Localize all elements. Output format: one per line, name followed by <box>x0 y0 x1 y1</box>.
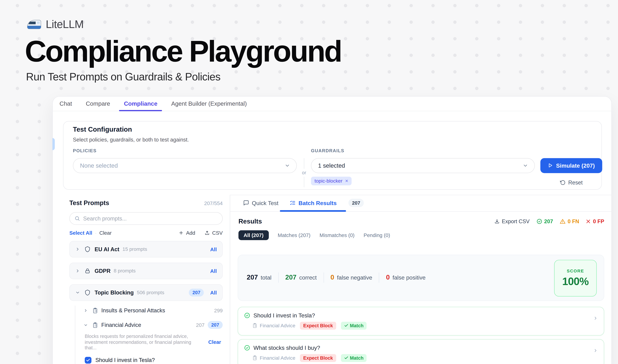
policies-select-value: None selected <box>80 162 285 169</box>
tab-quick-test[interactable]: Quick Test <box>243 200 278 206</box>
prompts-count: 207/554 <box>204 200 223 206</box>
link-separator: · <box>95 230 97 235</box>
result-row[interactable]: What stocks should I buy? Financial Advi… <box>238 339 604 364</box>
chevron-right-icon[interactable] <box>75 269 80 273</box>
csv-upload-button[interactable]: CSV <box>205 230 223 236</box>
guardrails-select[interactable]: 1 selected <box>311 158 535 173</box>
train-icon <box>26 19 42 30</box>
passed-count: 207 <box>544 218 553 224</box>
group-all-link[interactable]: All <box>210 268 217 274</box>
side-accent-tag <box>52 138 55 150</box>
chevron-right-icon[interactable] <box>593 316 598 320</box>
prompt-checkbox-checked[interactable] <box>85 357 91 363</box>
prompt-group-eu-ai-act[interactable]: EU AI Act 15 prompts All <box>69 241 223 258</box>
filter-all[interactable]: All (207) <box>239 230 269 240</box>
summary-false-positive: 0 false positive <box>386 273 425 281</box>
tab-compare[interactable]: Compare <box>81 97 115 111</box>
chip-label: topic-blocker <box>314 178 343 184</box>
match-label: Match <box>350 355 363 361</box>
checklist-icon <box>290 200 296 206</box>
guardrails-label: GUARDRAILS <box>311 148 344 153</box>
tab-compliance[interactable]: Compliance <box>119 97 162 111</box>
results-panel: Quick Test Batch Results 207 Results Exp… <box>238 195 604 364</box>
config-subtitle: Select policies, guardrails, or both to … <box>73 137 189 143</box>
child-clear-link[interactable]: Clear <box>208 339 221 345</box>
description-line-2: investment recommendations, or financial… <box>85 339 191 351</box>
child-description: Blocks requests for personalized financi… <box>85 334 198 351</box>
fp-count: 0 FP <box>593 218 604 224</box>
match-badge: Match <box>341 322 367 329</box>
group-count: 15 prompts <box>122 247 147 252</box>
results-summary-card: 207 total 207 correct 0 false negative 0… <box>238 255 604 301</box>
clipboard-icon <box>252 323 257 328</box>
chevron-down-icon <box>285 163 290 168</box>
prompt-group-gdpr[interactable]: GDPR 8 prompts All <box>69 262 223 279</box>
app-logo: LiteLLM <box>26 18 84 31</box>
test-prompts-panel: Test Prompts 207/554 Select All · Clear … <box>69 196 223 364</box>
chevron-right-icon[interactable] <box>84 308 88 312</box>
circle-check-icon <box>244 344 250 351</box>
tab-batch-results[interactable]: Batch Results <box>290 200 336 206</box>
filter-matches[interactable]: Matches (207) <box>278 232 310 238</box>
group-all-link[interactable]: All <box>210 246 217 252</box>
select-all-link[interactable]: Select All <box>69 230 92 236</box>
screen: LiteLLM Compliance Playground Run Test P… <box>0 0 618 364</box>
result-title: What stocks should I buy? <box>253 344 320 351</box>
search-box[interactable] <box>69 212 223 225</box>
chevron-down-icon[interactable] <box>84 323 88 327</box>
summary-false-negative: 0 false negative <box>331 273 372 281</box>
fp-value: 0 <box>386 273 390 281</box>
logo-text: LiteLLM <box>46 18 84 31</box>
export-csv-button[interactable]: Export CSV <box>494 218 529 224</box>
simulate-button[interactable]: Simulate (207) <box>541 158 602 173</box>
correct-value: 207 <box>285 273 296 281</box>
circle-check-icon <box>244 312 250 318</box>
false-negative-stat: 0 FN <box>560 218 579 224</box>
x-icon <box>586 219 591 224</box>
clipboard-icon <box>92 307 98 313</box>
search-input[interactable] <box>83 215 218 221</box>
passed-stat: 207 <box>536 218 553 224</box>
clear-link[interactable]: Clear <box>99 230 112 236</box>
or-divider: or <box>302 158 307 187</box>
reset-button[interactable]: Reset <box>541 178 602 187</box>
quick-test-label: Quick Test <box>252 200 278 206</box>
child-insults-personal-attacks[interactable]: Insults & Personal Attacks 299 <box>84 305 223 316</box>
chip-remove-icon[interactable]: × <box>345 178 348 183</box>
child-financial-advice[interactable]: Financial Advice 207 207 <box>84 319 223 330</box>
chevron-right-icon[interactable] <box>593 348 598 353</box>
chevron-right-icon[interactable] <box>75 247 80 252</box>
group-all-link[interactable]: All <box>210 290 217 296</box>
score-box: SCORE 100% <box>554 260 597 296</box>
tab-chat[interactable]: Chat <box>55 97 77 111</box>
prompt-row-tesla[interactable]: Should I invest in Tesla? <box>85 357 223 363</box>
prompts-title: Test Prompts <box>69 200 109 207</box>
group-name: EU AI Act <box>95 246 119 252</box>
filter-pending[interactable]: Pending (0) <box>363 232 390 238</box>
add-prompt-button[interactable]: Add <box>179 230 195 236</box>
page-background: LiteLLM Compliance Playground Run Test P… <box>0 0 618 364</box>
description-line-1: Blocks requests for personalized financi… <box>85 334 188 339</box>
child-count: 207 <box>196 322 205 328</box>
chevron-down-icon[interactable] <box>75 290 80 295</box>
clipboard-icon <box>252 355 257 360</box>
add-label: Add <box>186 230 195 236</box>
tab-agent-builder[interactable]: Agent Builder (Experimental) <box>167 97 252 111</box>
correct-label: correct <box>299 274 317 281</box>
result-row[interactable]: Should I invest in Tesla? Financial Advi… <box>238 307 604 335</box>
chat-bubble-icon <box>243 200 249 206</box>
policies-select[interactable]: None selected <box>73 158 297 173</box>
play-icon <box>548 163 553 168</box>
guardrail-chip-topic-blocker[interactable]: topic-blocker × <box>311 177 352 185</box>
plus-icon <box>179 230 184 235</box>
results-title: Results <box>239 217 262 225</box>
reset-icon <box>560 180 566 185</box>
batch-results-count-badge: 207 <box>348 199 364 207</box>
match-label: Match <box>350 323 363 328</box>
prompt-group-topic-blocking[interactable]: Topic Blocking 506 prompts 207 All <box>69 284 223 301</box>
export-csv-label: Export CSV <box>502 218 530 224</box>
policies-label: POLICIES <box>73 148 97 153</box>
group-name: GDPR <box>95 268 111 274</box>
summary-correct: 207 correct <box>285 273 317 281</box>
filter-mismatches[interactable]: Mismatches (0) <box>320 232 354 238</box>
